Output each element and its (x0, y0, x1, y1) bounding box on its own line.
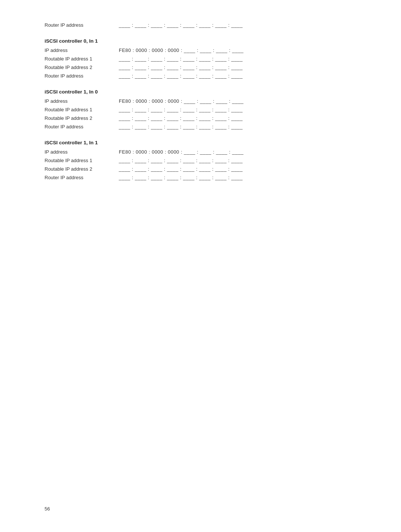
row-iscsi-ctrl-1-in-0-1: Routable IP address 1____ : ____ : ____ … (45, 107, 356, 112)
top-router-ip-label: Router IP address (45, 22, 119, 28)
value-iscsi-ctrl-1-in-0-0: FE80 : 0000 : 0000 : 0000 : ____ : ____ … (119, 98, 244, 104)
row-iscsi-ctrl-0-in-1-0: IP addressFE80 : 0000 : 0000 : 0000 : __… (45, 47, 356, 53)
row-iscsi-ctrl-1-in-1-2: Routable IP address 2____ : ____ : ____ … (45, 166, 356, 172)
row-iscsi-ctrl-1-in-0-3: Router IP address____ : ____ : ____ : __… (45, 124, 356, 129)
label-iscsi-ctrl-1-in-0-2: Routable IP address 2 (45, 115, 119, 121)
label-iscsi-ctrl-1-in-0-1: Routable IP address 1 (45, 107, 119, 112)
sections-container: iSCSI controller 0, In 1IP addressFE80 :… (45, 38, 356, 180)
label-iscsi-ctrl-0-in-1-2: Routable IP address 2 (45, 65, 119, 70)
section-iscsi-ctrl-1-in-0: iSCSI controller 1, In 0IP addressFE80 :… (45, 89, 356, 129)
label-iscsi-ctrl-1-in-1-1: Routable IP address 1 (45, 158, 119, 163)
row-iscsi-ctrl-0-in-1-3: Router IP address____ : ____ : ____ : __… (45, 73, 356, 79)
value-iscsi-ctrl-0-in-1-0: FE80 : 0000 : 0000 : 0000 : ____ : ____ … (119, 47, 244, 53)
label-iscsi-ctrl-1-in-1-2: Routable IP address 2 (45, 166, 119, 172)
value-iscsi-ctrl-0-in-1-1: ____ : ____ : ____ : ____ : ____ : ____ … (119, 56, 243, 62)
value-iscsi-ctrl-1-in-1-0: FE80 : 0000 : 0000 : 0000 : ____ : ____ … (119, 149, 244, 155)
section-title-iscsi-ctrl-0-in-1: iSCSI controller 0, In 1 (45, 38, 356, 44)
row-iscsi-ctrl-1-in-1-3: Router IP address____ : ____ : ____ : __… (45, 175, 356, 180)
value-iscsi-ctrl-1-in-1-3: ____ : ____ : ____ : ____ : ____ : ____ … (119, 175, 243, 180)
value-iscsi-ctrl-0-in-1-2: ____ : ____ : ____ : ____ : ____ : ____ … (119, 65, 243, 70)
label-iscsi-ctrl-0-in-1-3: Router IP address (45, 73, 119, 79)
top-router-ip-row: Router IP address ____ : ____ : ____ : _… (45, 22, 356, 28)
section-iscsi-ctrl-1-in-1: iSCSI controller 1, In 1IP addressFE80 :… (45, 140, 356, 180)
value-iscsi-ctrl-1-in-1-2: ____ : ____ : ____ : ____ : ____ : ____ … (119, 166, 243, 172)
section-title-iscsi-ctrl-1-in-0: iSCSI controller 1, In 0 (45, 89, 356, 95)
value-iscsi-ctrl-1-in-1-1: ____ : ____ : ____ : ____ : ____ : ____ … (119, 158, 243, 163)
label-iscsi-ctrl-0-in-1-0: IP address (45, 47, 119, 53)
section-title-iscsi-ctrl-1-in-1: iSCSI controller 1, In 1 (45, 140, 356, 145)
value-iscsi-ctrl-1-in-0-2: ____ : ____ : ____ : ____ : ____ : ____ … (119, 115, 243, 121)
label-iscsi-ctrl-1-in-0-0: IP address (45, 98, 119, 104)
value-iscsi-ctrl-1-in-0-3: ____ : ____ : ____ : ____ : ____ : ____ … (119, 124, 243, 129)
top-router-ip-value: ____ : ____ : ____ : ____ : ____ : ____ … (119, 22, 243, 28)
row-iscsi-ctrl-0-in-1-2: Routable IP address 2____ : ____ : ____ … (45, 65, 356, 70)
page: Router IP address ____ : ____ : ____ : _… (0, 0, 401, 220)
row-iscsi-ctrl-1-in-0-2: Routable IP address 2____ : ____ : ____ … (45, 115, 356, 121)
value-iscsi-ctrl-1-in-0-1: ____ : ____ : ____ : ____ : ____ : ____ … (119, 107, 243, 112)
label-iscsi-ctrl-0-in-1-1: Routable IP address 1 (45, 56, 119, 62)
value-iscsi-ctrl-0-in-1-3: ____ : ____ : ____ : ____ : ____ : ____ … (119, 73, 243, 79)
row-iscsi-ctrl-1-in-1-0: IP addressFE80 : 0000 : 0000 : 0000 : __… (45, 149, 356, 155)
page-number: 56 (45, 506, 50, 512)
row-iscsi-ctrl-1-in-1-1: Routable IP address 1____ : ____ : ____ … (45, 158, 356, 163)
section-iscsi-ctrl-0-in-1: iSCSI controller 0, In 1IP addressFE80 :… (45, 38, 356, 79)
label-iscsi-ctrl-1-in-0-3: Router IP address (45, 124, 119, 129)
row-iscsi-ctrl-0-in-1-1: Routable IP address 1____ : ____ : ____ … (45, 56, 356, 62)
label-iscsi-ctrl-1-in-1-3: Router IP address (45, 175, 119, 180)
row-iscsi-ctrl-1-in-0-0: IP addressFE80 : 0000 : 0000 : 0000 : __… (45, 98, 356, 104)
label-iscsi-ctrl-1-in-1-0: IP address (45, 149, 119, 155)
